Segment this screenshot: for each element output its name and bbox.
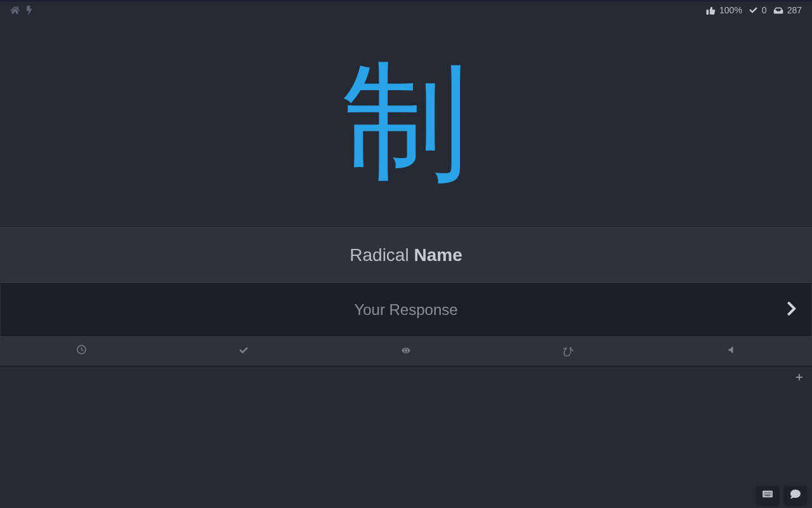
character-panel: 制 <box>0 17 812 227</box>
clock-icon <box>77 345 86 357</box>
volume-icon <box>728 345 734 357</box>
answer-input[interactable] <box>1 284 811 335</box>
lightning-icon[interactable] <box>26 6 32 15</box>
accuracy-stat: 100% <box>706 5 742 15</box>
expand-button[interactable] <box>792 371 806 385</box>
keyboard-button[interactable] <box>756 486 779 505</box>
check-icon <box>749 6 758 14</box>
hiragana-icon: ひ <box>563 344 574 359</box>
chat-button[interactable] <box>784 486 807 505</box>
topbar: 100% 0 287 <box>0 2 812 17</box>
done-stat: 0 <box>749 5 767 15</box>
accuracy-value: 100% <box>719 5 742 15</box>
floating-buttons <box>756 486 807 505</box>
answer-input-row <box>1 284 811 336</box>
home-icon[interactable] <box>10 6 20 15</box>
check-icon <box>239 345 249 357</box>
speech-bubble-icon <box>790 489 801 502</box>
radical-character: 制 <box>343 58 469 185</box>
plus-icon <box>795 373 803 384</box>
inbox-icon <box>773 6 783 15</box>
mark-correct-button[interactable] <box>162 336 325 366</box>
prompt-type: Radical <box>350 245 409 265</box>
show-info-button[interactable] <box>325 336 487 366</box>
info-area <box>0 366 812 506</box>
eye-icon <box>400 345 412 357</box>
chevron-right-icon <box>787 300 797 319</box>
remaining-stat: 287 <box>773 5 802 15</box>
action-strip: ひ <box>0 336 812 366</box>
thumbs-up-icon <box>706 6 716 15</box>
remaining-value: 287 <box>787 5 802 15</box>
done-value: 0 <box>762 5 767 15</box>
prompt-row: Radical Name <box>0 227 812 284</box>
kana-toggle-button[interactable]: ひ <box>487 336 650 366</box>
last-items-button[interactable] <box>0 336 162 366</box>
keyboard-icon <box>761 490 774 501</box>
audio-button[interactable] <box>650 336 812 366</box>
prompt-kind: Name <box>414 245 462 265</box>
submit-button[interactable] <box>779 297 804 323</box>
